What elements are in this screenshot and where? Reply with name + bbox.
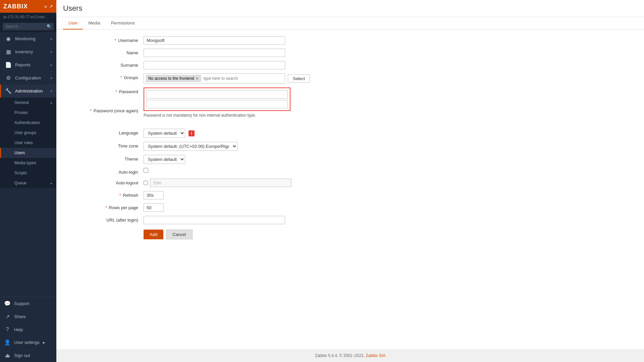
language-label: Language: [56, 129, 144, 135]
theme-select[interactable]: System default: [144, 155, 185, 164]
inventory-icon: ▦: [5, 49, 12, 55]
subnav-user-groups[interactable]: User groups: [0, 128, 56, 138]
password-once-again-spacer: * Password (once again): [56, 98, 637, 113]
password-once-again-label: * Password (once again): [56, 98, 144, 113]
groups-search-input[interactable]: [204, 76, 244, 81]
sidebar-bottom-label: Help: [14, 327, 23, 332]
tab-media[interactable]: Media: [83, 17, 105, 29]
monitoring-icon: ◉: [5, 36, 12, 42]
password-box: [144, 87, 290, 111]
language-input-wrap: System default i: [144, 129, 195, 138]
sidebar-bottom-label: Sign out: [14, 353, 30, 358]
sidebar-item-label: Configuration: [15, 75, 41, 80]
username-input-wrap: [144, 36, 285, 45]
sidebar-item-help[interactable]: ? Help: [0, 323, 56, 336]
name-input[interactable]: [144, 49, 285, 57]
refresh-input[interactable]: [144, 191, 164, 199]
user-form: * Username Name Surname: [56, 29, 644, 349]
sidebar-search-container: 🔍: [0, 21, 56, 32]
rows-per-page-input-wrap: [144, 203, 164, 212]
subnav-authentication[interactable]: Authentication: [0, 118, 56, 128]
surname-input-wrap: [144, 61, 285, 69]
language-info-icon[interactable]: i: [189, 130, 195, 136]
refresh-label: * Refresh: [56, 191, 144, 198]
main-content: Users User Media Permissions * Username …: [56, 0, 644, 362]
tab-permissions[interactable]: Permissions: [106, 17, 140, 29]
timezone-row: Time zone System default: (UTC+02:00) Eu…: [56, 142, 637, 151]
autologin-input-wrap: [144, 168, 148, 173]
chevron-right-icon: ▸: [51, 37, 52, 41]
sidebar-item-administration[interactable]: 🔧 Administration ▾: [0, 84, 56, 98]
subnav-scripts[interactable]: Scripts: [0, 168, 56, 178]
sidebar-item-user-settings[interactable]: 👤 User settings ▸: [0, 336, 56, 349]
subnav-users[interactable]: Users: [0, 148, 56, 158]
sidebar-item-support[interactable]: 💬 Support: [0, 297, 56, 310]
language-select[interactable]: System default: [144, 129, 185, 138]
sidebar-logo: ZABBIX: [3, 3, 28, 10]
sidebar-url: ip-172-31-80-77.ec2.inter...: [0, 13, 56, 21]
autologin-checkbox[interactable]: [144, 168, 148, 173]
expand-icon[interactable]: ↗: [49, 4, 53, 9]
timezone-select[interactable]: System default: (UTC+02:00) Europe/Riga: [144, 142, 237, 151]
chevron-right-icon: ▸: [51, 50, 52, 54]
sidebar-bottom-label: Share: [14, 314, 26, 319]
sidebar-item-label: Inventory: [15, 49, 33, 54]
autologout-checkbox[interactable]: [144, 181, 148, 185]
autologout-value-input[interactable]: [150, 179, 291, 187]
groups-field: No access to the frontend ✕ Select: [144, 73, 310, 83]
sidebar-header-icons: « ↗: [44, 4, 53, 9]
sidebar-item-share[interactable]: ↗ Share: [0, 310, 56, 323]
username-input[interactable]: [144, 36, 285, 45]
page-header: Users: [56, 0, 644, 17]
language-row: Language System default i: [56, 129, 637, 138]
password-confirm-input[interactable]: [146, 100, 288, 108]
subnav-label: Authentication: [14, 120, 40, 125]
subnav-queue[interactable]: Queue ▸: [0, 178, 56, 188]
username-row: * Username: [56, 36, 637, 45]
add-button[interactable]: Add: [144, 230, 163, 239]
sign-out-icon: ⏏: [4, 352, 11, 359]
subnav-label: User roles: [14, 140, 33, 145]
footer-link[interactable]: Zabbix SIA: [366, 353, 385, 358]
sidebar-item-inventory[interactable]: ▦ Inventory ▸: [0, 45, 56, 58]
subnav-general[interactable]: General ▸: [0, 98, 56, 108]
collapse-icon[interactable]: «: [44, 4, 47, 9]
url-input[interactable]: [144, 216, 285, 224]
page-title: Users: [63, 4, 637, 13]
autologin-label: Auto-login: [56, 168, 144, 175]
rows-per-page-input[interactable]: [144, 203, 164, 212]
cancel-button[interactable]: Cancel: [166, 230, 192, 239]
autologout-label: Auto-logout: [56, 179, 144, 185]
subnav-media-types[interactable]: Media types: [0, 158, 56, 168]
name-row: Name: [56, 49, 637, 57]
autologout-input-wrap: [144, 179, 291, 187]
support-icon: 💬: [4, 300, 11, 307]
sidebar-item-sign-out[interactable]: ⏏ Sign out: [0, 349, 56, 362]
subnav-label: User groups: [14, 130, 36, 135]
select-button[interactable]: Select: [288, 74, 310, 83]
sidebar-item-monitoring[interactable]: ◉ Monitoring ▸: [0, 32, 56, 45]
timezone-label: Time zone: [56, 142, 144, 148]
tab-bar: User Media Permissions: [56, 17, 644, 29]
surname-input[interactable]: [144, 61, 285, 69]
groups-row: * Groups No access to the frontend ✕ Sel…: [56, 73, 637, 83]
password-input[interactable]: [146, 90, 288, 99]
subnav-proxies[interactable]: Proxies: [0, 108, 56, 118]
sidebar-item-configuration[interactable]: ⚙ Configuration ▸: [0, 71, 56, 84]
groups-tag: No access to the frontend ✕: [146, 75, 201, 82]
username-label: * Username: [56, 36, 144, 43]
user-settings-icon: 👤: [4, 339, 11, 346]
help-icon: ?: [4, 326, 11, 333]
sidebar-item-label: Reports: [15, 62, 31, 67]
subnav-label: General: [14, 100, 29, 105]
subnav-user-roles[interactable]: User roles: [0, 138, 56, 148]
remove-group-button[interactable]: ✕: [196, 76, 199, 81]
sidebar-item-reports[interactable]: 📄 Reports ▸: [0, 58, 56, 71]
refresh-row: * Refresh: [56, 191, 637, 199]
groups-label: * Groups: [56, 73, 144, 80]
search-input[interactable]: [3, 23, 54, 30]
groups-input-box: No access to the frontend ✕: [144, 73, 285, 83]
subnav-label: Scripts: [14, 171, 27, 175]
theme-input-wrap: System default: [144, 155, 185, 164]
tab-user[interactable]: User: [63, 17, 83, 29]
